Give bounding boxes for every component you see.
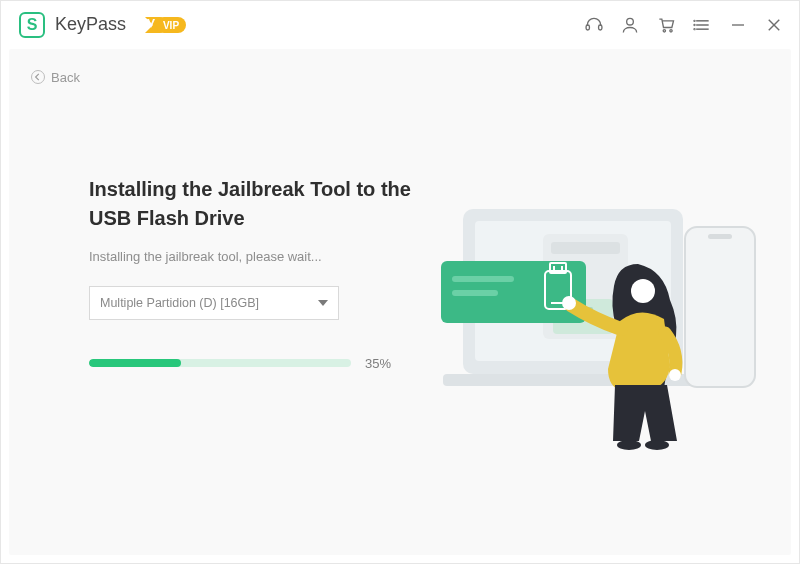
svg-rect-31 [685, 227, 755, 387]
svg-point-37 [645, 440, 669, 450]
svg-rect-19 [551, 242, 620, 254]
svg-point-3 [627, 18, 634, 25]
content-panel: Back Installing the Jailbreak Tool to th… [9, 49, 791, 555]
svg-point-5 [670, 29, 672, 31]
cart-icon[interactable] [655, 14, 677, 36]
chevron-down-icon [318, 300, 328, 306]
svg-point-36 [617, 440, 641, 450]
account-icon[interactable] [619, 14, 641, 36]
left-column: Installing the Jailbreak Tool to the USB… [89, 175, 429, 371]
illustration [433, 179, 763, 469]
back-label: Back [51, 70, 80, 85]
svg-point-34 [562, 296, 576, 310]
vip-badge[interactable]: VIP [142, 14, 190, 36]
drive-dropdown-value: Multiple Partidion (D) [16GB] [100, 296, 259, 310]
menu-icon[interactable] [691, 14, 713, 36]
support-icon[interactable] [583, 14, 605, 36]
titlebar: S KeyPass VIP [1, 1, 799, 49]
progress-bar [89, 359, 351, 367]
back-arrow-icon [31, 70, 45, 84]
svg-point-9 [694, 20, 695, 21]
svg-rect-32 [708, 234, 732, 239]
app-name: KeyPass [55, 14, 126, 35]
minimize-button[interactable] [727, 14, 749, 36]
app-logo-letter: S [27, 16, 38, 34]
back-button[interactable]: Back [31, 70, 80, 85]
progress-percent: 35% [365, 356, 391, 371]
app-window: S KeyPass VIP [0, 0, 800, 564]
page-title: Installing the Jailbreak Tool to the USB… [89, 175, 429, 233]
progress-row: 35% [89, 356, 429, 371]
app-logo-icon: S [19, 12, 45, 38]
svg-point-11 [694, 28, 695, 29]
drive-dropdown[interactable]: Multiple Partidion (D) [16GB] [89, 286, 339, 320]
window-controls [583, 14, 785, 36]
svg-point-35 [669, 369, 681, 381]
vip-label-text: VIP [163, 20, 179, 31]
svg-point-10 [694, 24, 695, 25]
status-text: Installing the jailbreak tool, please wa… [89, 249, 429, 264]
svg-point-33 [631, 279, 655, 303]
close-button[interactable] [763, 14, 785, 36]
svg-point-4 [663, 29, 665, 31]
progress-fill [89, 359, 181, 367]
